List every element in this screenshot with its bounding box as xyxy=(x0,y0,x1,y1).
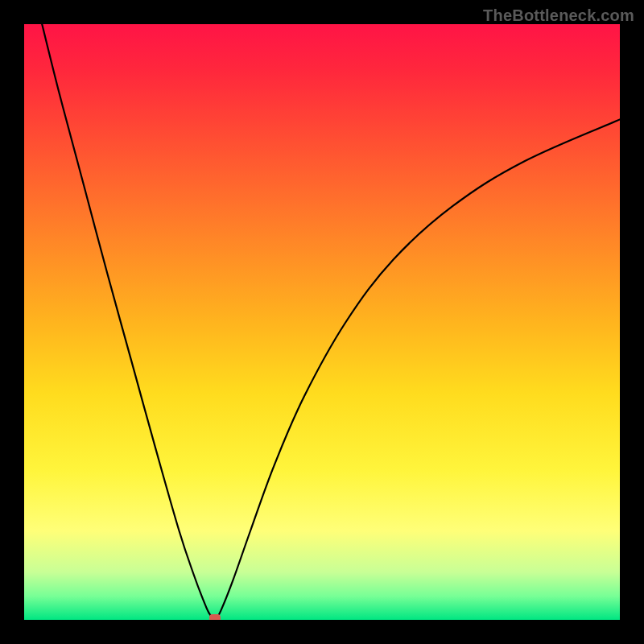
min-marker xyxy=(209,614,221,620)
curve-right-branch xyxy=(216,119,620,618)
plot-area xyxy=(24,24,620,620)
chart-container: TheBottleneck.com xyxy=(0,0,644,644)
watermark-text: TheBottleneck.com xyxy=(483,6,634,25)
curve-svg xyxy=(24,24,620,620)
curve-left-branch xyxy=(42,24,213,619)
